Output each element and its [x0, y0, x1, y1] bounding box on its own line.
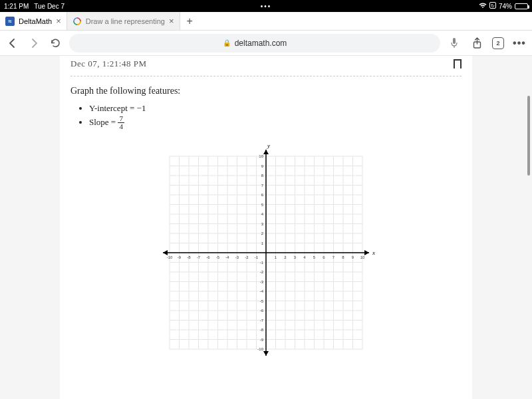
- close-icon[interactable]: ×: [56, 16, 61, 26]
- svg-text:y: y: [267, 143, 270, 149]
- svg-text:-7: -7: [197, 255, 201, 259]
- coordinate-plane[interactable]: -10-9-8-7-6-5-4-3-2-112345678910-10-9-8-…: [156, 143, 376, 362]
- svg-text:-10: -10: [167, 255, 173, 259]
- svg-marker-52: [263, 150, 269, 154]
- svg-text:10: 10: [360, 255, 365, 259]
- battery-percent: 74%: [499, 3, 512, 10]
- svg-text:8: 8: [342, 255, 344, 259]
- tab-title: DeltaMath: [19, 17, 52, 25]
- battery-icon: [515, 3, 528, 9]
- url-bar[interactable]: 🔒 deltamath.com: [69, 34, 440, 53]
- bookmark-icon[interactable]: [454, 59, 462, 68]
- ios-status-bar: 1:21 PM Tue Dec 7 ••• ↻ 74%: [0, 0, 532, 12]
- svg-text:-5: -5: [216, 255, 220, 259]
- page-content: Dec 07, 1:21:48 PM Graph the following f…: [60, 56, 472, 399]
- svg-rect-3: [453, 38, 456, 44]
- y-intercept-item: Y-intercept = −1: [89, 103, 462, 114]
- svg-text:-6: -6: [260, 309, 264, 313]
- svg-text:-9: -9: [178, 255, 182, 259]
- mic-button[interactable]: [447, 36, 462, 51]
- rotation-lock-icon: ↻: [489, 2, 496, 10]
- svg-text:4: 4: [303, 255, 306, 259]
- svg-text:-7: -7: [260, 319, 264, 323]
- url-host: deltamath.com: [235, 39, 287, 48]
- forward-button[interactable]: [27, 36, 41, 51]
- google-favicon: [72, 17, 82, 26]
- svg-text:-4: -4: [260, 289, 264, 293]
- svg-text:3: 3: [294, 255, 297, 259]
- close-icon[interactable]: ×: [169, 16, 174, 26]
- svg-text:5: 5: [313, 255, 316, 259]
- browser-tab-bar: ≈ DeltaMath × Draw a line representing ×…: [0, 12, 532, 31]
- svg-text:-10: -10: [257, 347, 263, 351]
- svg-text:6: 6: [323, 255, 325, 259]
- svg-text:9: 9: [352, 255, 354, 259]
- svg-text:7: 7: [332, 255, 335, 259]
- svg-marker-53: [263, 351, 269, 356]
- svg-text:-8: -8: [187, 255, 191, 259]
- status-date: Tue Dec 7: [34, 3, 65, 10]
- tab-title: Draw a line representing: [86, 17, 165, 25]
- content-area: Dec 07, 1:21:48 PM Graph the following f…: [0, 56, 532, 399]
- slope-item: Slope = 74: [89, 116, 462, 131]
- status-home-indicator: •••: [261, 3, 272, 10]
- svg-text:x: x: [372, 249, 375, 256]
- svg-text:-3: -3: [235, 255, 239, 259]
- svg-text:-4: -4: [225, 255, 229, 259]
- browser-nav-bar: 🔒 deltamath.com 2 •••: [0, 31, 532, 56]
- back-button[interactable]: [5, 36, 20, 51]
- wifi-icon: [479, 3, 487, 10]
- svg-text:-2: -2: [245, 255, 249, 259]
- svg-text:-6: -6: [206, 255, 210, 259]
- new-tab-button[interactable]: +: [180, 12, 200, 30]
- feature-list: Y-intercept = −1 Slope = 74: [89, 103, 462, 131]
- tab-count-button[interactable]: 2: [492, 37, 504, 49]
- tab-google-search[interactable]: Draw a line representing ×: [67, 12, 180, 30]
- svg-text:↻: ↻: [491, 3, 495, 8]
- svg-text:-1: -1: [260, 261, 264, 265]
- svg-text:2: 2: [284, 255, 287, 259]
- problem-timestamp: Dec 07, 1:21:48 PM: [70, 59, 146, 69]
- divider: [70, 76, 462, 76]
- svg-text:-1: -1: [255, 255, 259, 259]
- svg-text:1: 1: [275, 255, 277, 259]
- svg-marker-50: [364, 250, 369, 255]
- svg-marker-51: [163, 250, 168, 255]
- deltamath-favicon: ≈: [5, 17, 15, 26]
- svg-text:10: 10: [259, 154, 263, 158]
- problem-prompt: Graph the following features:: [70, 86, 462, 96]
- reload-button[interactable]: [48, 36, 63, 51]
- svg-text:-5: -5: [260, 299, 264, 303]
- svg-text:-2: -2: [260, 270, 264, 274]
- share-button[interactable]: [469, 36, 484, 51]
- lock-icon: 🔒: [223, 39, 231, 47]
- scrollbar[interactable]: [527, 96, 530, 176]
- svg-text:-9: -9: [260, 338, 264, 342]
- status-time: 1:21 PM: [4, 3, 29, 10]
- menu-button[interactable]: •••: [512, 36, 527, 51]
- tab-deltamath[interactable]: ≈ DeltaMath ×: [0, 12, 67, 30]
- svg-text:-8: -8: [260, 328, 264, 332]
- svg-text:-3: -3: [260, 280, 264, 284]
